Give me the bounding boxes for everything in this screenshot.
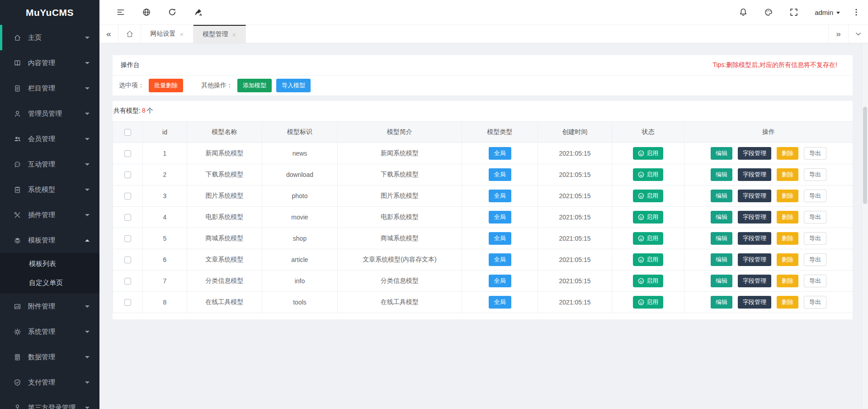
status-badge[interactable]: 启用 (633, 253, 663, 266)
export-button[interactable]: 导出 (804, 147, 826, 160)
delete-button[interactable]: 删除 (777, 168, 798, 181)
sidebar-item-attachments[interactable]: 附件管理 (0, 294, 99, 319)
edit-button[interactable]: 编辑 (711, 232, 732, 245)
delete-button[interactable]: 删除 (777, 190, 798, 202)
type-badge: 全局 (489, 211, 511, 224)
sidebar-item-plugins[interactable]: 插件管理 (0, 202, 99, 228)
sidebar-item-interaction[interactable]: 互动管理 (0, 152, 99, 177)
sidebar-subitem[interactable]: 模板列表 (0, 254, 99, 273)
select-all-checkbox[interactable] (124, 129, 131, 136)
export-button[interactable]: 导出 (804, 253, 826, 266)
delete-button[interactable]: 删除 (777, 232, 798, 245)
fullscreen-icon[interactable] (789, 8, 798, 17)
batch-delete-button[interactable]: 批量删除 (149, 79, 183, 92)
sidebar-toggle-icon[interactable] (116, 8, 125, 17)
edit-button[interactable]: 编辑 (711, 275, 732, 287)
model-count-summary: 共有模型:8个 (113, 101, 853, 121)
delete-button[interactable]: 删除 (777, 147, 798, 160)
edit-button[interactable]: 编辑 (711, 296, 732, 309)
fields-button[interactable]: 字段管理 (738, 232, 771, 245)
row-checkbox[interactable] (124, 171, 131, 178)
cell-actions: 编辑字段管理删除导出 (684, 292, 853, 313)
tabs-scroll-left[interactable]: « (99, 25, 118, 43)
row-checkbox[interactable] (124, 193, 131, 200)
edit-button[interactable]: 编辑 (711, 211, 732, 224)
vertical-scrollbar[interactable] (862, 43, 868, 409)
add-model-button[interactable]: 添加模型 (237, 79, 272, 92)
status-badge[interactable]: 启用 (633, 275, 663, 287)
import-model-button[interactable]: 导入模型 (276, 79, 311, 92)
sidebar-item-sysmodel[interactable]: 系统模型 (0, 177, 99, 202)
tabs-dropdown[interactable] (848, 25, 868, 43)
sidebar-item-label: 插件管理 (28, 211, 85, 219)
delete-button[interactable]: 删除 (777, 275, 798, 287)
sidebar-item-thirdparty[interactable]: 第三方登录管理 (0, 395, 99, 409)
sidebar-item-payment[interactable]: 支付管理 (0, 370, 99, 395)
fields-button[interactable]: 字段管理 (738, 168, 771, 181)
export-button[interactable]: 导出 (804, 168, 826, 181)
edit-button[interactable]: 编辑 (711, 190, 732, 202)
sidebar-subitem[interactable]: 自定义单页 (0, 273, 99, 292)
row-checkbox[interactable] (124, 299, 131, 306)
user-menu[interactable]: admin (815, 9, 840, 16)
palette-icon[interactable] (764, 8, 773, 17)
row-checkbox[interactable] (124, 278, 131, 285)
sidebar-item-admins[interactable]: 管理员管理 (0, 101, 99, 126)
sidebar: MuYuCMS 主页内容管理栏目管理管理员管理会员管理互动管理系统模型插件管理模… (0, 0, 99, 409)
status-badge[interactable]: 启用 (633, 232, 663, 245)
fields-button[interactable]: 字段管理 (738, 190, 771, 202)
smile-icon (638, 171, 644, 178)
refresh-icon[interactable] (168, 8, 177, 17)
export-button[interactable]: 导出 (804, 211, 826, 224)
row-checkbox[interactable] (124, 214, 131, 221)
status-badge[interactable]: 启用 (633, 190, 663, 202)
sidebar-item-system[interactable]: 系统管理 (0, 319, 99, 344)
cell-slug: download (262, 164, 338, 185)
fields-button[interactable]: 字段管理 (738, 253, 771, 266)
status-badge[interactable]: 启用 (633, 168, 663, 181)
globe-icon[interactable] (142, 8, 151, 17)
edit-button[interactable]: 编辑 (711, 253, 732, 266)
fields-button[interactable]: 字段管理 (738, 296, 771, 309)
sidebar-item-content[interactable]: 内容管理 (0, 50, 99, 76)
status-badge[interactable]: 启用 (633, 211, 663, 224)
cell-name: 下载系统模型 (187, 164, 262, 185)
export-button[interactable]: 导出 (804, 275, 826, 287)
delete-button[interactable]: 删除 (777, 296, 798, 309)
bell-icon[interactable] (739, 8, 748, 17)
close-icon[interactable]: × (180, 31, 184, 38)
sidebar-item-members[interactable]: 会员管理 (0, 126, 99, 152)
edit-button[interactable]: 编辑 (711, 168, 732, 181)
close-icon[interactable]: × (232, 31, 236, 38)
export-button[interactable]: 导出 (804, 232, 826, 245)
tabs-scroll-right[interactable]: » (828, 25, 848, 43)
row-checkbox[interactable] (124, 235, 131, 242)
tab-model-management[interactable]: 模型管理× (193, 25, 246, 43)
fields-button[interactable]: 字段管理 (738, 275, 771, 287)
tab-home[interactable] (118, 25, 141, 43)
export-button[interactable]: 导出 (804, 296, 826, 309)
row-checkbox[interactable] (124, 150, 131, 157)
export-button[interactable]: 导出 (804, 190, 826, 202)
scrollbar-thumb[interactable] (863, 107, 867, 204)
tabbar: « 网站设置×模型管理× » (99, 25, 868, 43)
sidebar-item-templates[interactable]: 模板管理 (0, 228, 99, 253)
status-badge[interactable]: 启用 (633, 147, 663, 160)
delete-button[interactable]: 删除 (777, 253, 798, 266)
sidebar-item-columns[interactable]: 栏目管理 (0, 76, 99, 101)
sidebar-item-data[interactable]: 数据管理 (0, 344, 99, 370)
status-badge[interactable]: 启用 (633, 296, 663, 309)
kebab-menu-icon[interactable] (852, 8, 861, 17)
table-row: 1新闻系统模型news新闻系统模型全局2021:05:15启用编辑字段管理删除导… (113, 143, 853, 164)
sidebar-item-label: 系统管理 (28, 328, 85, 336)
row-checkbox[interactable] (124, 257, 131, 263)
edit-button[interactable]: 编辑 (711, 147, 732, 160)
fields-button[interactable]: 字段管理 (738, 147, 771, 160)
fields-button[interactable]: 字段管理 (738, 211, 771, 224)
tab-site-settings[interactable]: 网站设置× (141, 25, 193, 43)
tips-text: Tips:删除模型后,对应的所有信息将不复存在! (712, 61, 837, 69)
cell-desc: 新闻系统模型 (338, 143, 462, 164)
theme-brush-icon[interactable] (193, 8, 203, 17)
sidebar-item-home[interactable]: 主页 (0, 25, 99, 50)
delete-button[interactable]: 删除 (777, 211, 798, 224)
